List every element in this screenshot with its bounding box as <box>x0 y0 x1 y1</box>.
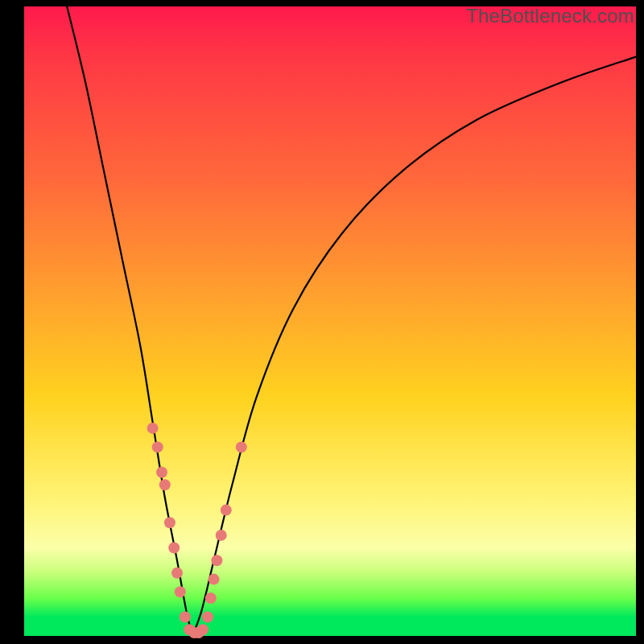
data-point <box>164 517 175 528</box>
bottleneck-curve-right <box>192 57 636 636</box>
data-point <box>168 543 180 554</box>
data-point <box>205 592 217 604</box>
data-point <box>159 479 171 490</box>
data-point <box>147 423 159 434</box>
data-point <box>211 555 222 566</box>
data-point <box>171 568 183 579</box>
plot-area <box>24 6 636 636</box>
chart-stage: TheBottleneck.com <box>0 0 644 644</box>
data-point <box>197 624 208 635</box>
data-point <box>236 441 247 452</box>
data-point <box>152 441 163 452</box>
data-point <box>216 530 227 541</box>
data-point <box>221 505 232 516</box>
marker-group <box>147 423 247 638</box>
data-point <box>180 612 191 623</box>
bottleneck-curve-left <box>67 6 192 636</box>
data-point <box>202 612 213 623</box>
curve-group <box>67 6 636 636</box>
curve-svg <box>24 6 636 636</box>
data-point <box>156 467 167 478</box>
watermark-text: TheBottleneck.com <box>466 5 634 27</box>
data-point <box>175 586 186 597</box>
data-point <box>208 574 220 585</box>
